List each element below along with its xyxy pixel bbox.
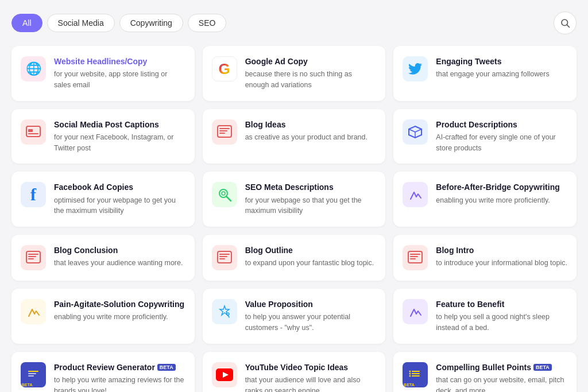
- card-engaging-tweets[interactable]: Engaging Tweets that engage your amazing…: [393, 46, 577, 101]
- svg-line-13: [226, 196, 231, 201]
- blog-red-icon: [21, 245, 46, 270]
- product-icon: [403, 119, 428, 145]
- svg-rect-17: [28, 256, 36, 257]
- svg-point-27: [227, 313, 229, 315]
- card-value-proposition[interactable]: Value Proposition to help you answer you…: [203, 289, 386, 344]
- card-content: Website Headlines/Copy for your website,…: [54, 56, 185, 91]
- svg-rect-4: [28, 129, 33, 132]
- card-desc: because there is no such thing as enough…: [245, 69, 377, 91]
- card-blog-outline[interactable]: Blog Outline to expand upon your fantast…: [203, 235, 386, 281]
- card-bab-copywriting[interactable]: Before-After-Bridge Copywriting enabling…: [393, 172, 577, 227]
- card-facebook-ad-copies[interactable]: f Facebook Ad Copies optimised for your …: [11, 172, 195, 227]
- svg-rect-36: [412, 373, 420, 374]
- card-title: Facebook Ad Copies: [54, 182, 185, 192]
- filter-tabs: All Social Media Copywriting SEO: [11, 14, 226, 32]
- card-desc: to help you answer your potential custom…: [245, 312, 377, 333]
- card-content: Product Descriptions AI-crafted for ever…: [436, 119, 567, 154]
- svg-rect-8: [219, 133, 225, 134]
- card-content: Facebook Ad Copies optimised for your we…: [54, 182, 185, 216]
- google-icon: G: [212, 56, 237, 81]
- card-desc: for your next Facebook, Instagram, or Tw…: [54, 132, 185, 154]
- svg-point-38: [409, 370, 411, 372]
- card-google-ad-copy[interactable]: G Google Ad Copy because there is no suc…: [203, 46, 386, 101]
- card-blog-conclusion[interactable]: Blog Conclusion that leaves your audienc…: [11, 235, 195, 281]
- card-product-review[interactable]: BETA Product Review GeneratorBETA to hel…: [11, 352, 195, 392]
- social-icon: [21, 119, 46, 145]
- beta-badge: BETA: [157, 364, 176, 371]
- card-website-headlines[interactable]: 🌐 Website Headlines/Copy for your websit…: [11, 46, 195, 101]
- svg-rect-6: [219, 128, 230, 129]
- svg-rect-29: [28, 371, 38, 372]
- svg-rect-16: [28, 254, 38, 255]
- search-button[interactable]: [554, 11, 577, 34]
- card-seo-meta[interactable]: SEO Meta Descriptions for your webpage s…: [203, 172, 386, 227]
- tab-social-media[interactable]: Social Media: [47, 14, 115, 32]
- card-title: Website Headlines/Copy: [54, 56, 185, 67]
- card-desc: to help you write amazing reviews for th…: [54, 375, 185, 392]
- card-youtube-topics[interactable]: YouTube Video Topic Ideas that your audi…: [203, 352, 386, 392]
- card-content: Blog Intro to introduce your information…: [436, 245, 567, 269]
- card-bullet-points[interactable]: BETA Compelling Bullet PointsBETA that c…: [393, 352, 577, 392]
- tab-seo[interactable]: SEO: [188, 14, 227, 32]
- card-content: Blog Conclusion that leaves your audienc…: [54, 245, 183, 269]
- card-content: Before-After-Bridge Copywriting enabling…: [436, 182, 559, 205]
- card-title: YouTube Video Topic Ideas: [245, 362, 377, 372]
- card-content: Feature to Benefit to help you sell a go…: [436, 299, 567, 333]
- svg-point-14: [222, 192, 225, 195]
- card-title: Feature to Benefit: [436, 299, 567, 309]
- globe-icon: 🌐: [21, 56, 46, 81]
- card-title: Compelling Bullet PointsBETA: [436, 362, 567, 372]
- card-desc: enabling you write more proficiently.: [436, 195, 559, 206]
- cards-grid: 🌐 Website Headlines/Copy for your websit…: [11, 46, 577, 392]
- card-blog-intro[interactable]: Blog Intro to introduce your information…: [393, 235, 577, 281]
- search-icon: [560, 18, 570, 28]
- card-desc: to expand upon your fantastic blog topic…: [245, 258, 374, 269]
- card-content: YouTube Video Topic Ideas that your audi…: [245, 362, 377, 392]
- blog-icon: [212, 119, 237, 145]
- svg-rect-22: [219, 258, 225, 259]
- card-product-descriptions[interactable]: Product Descriptions AI-crafted for ever…: [393, 109, 577, 164]
- card-content: Google Ad Copy because there is no such …: [245, 56, 377, 91]
- svg-point-40: [409, 375, 411, 377]
- card-title: Product Review GeneratorBETA: [54, 362, 185, 372]
- card-pas-copywriting[interactable]: Pain-Agitate-Solution Copywriting enabli…: [11, 289, 195, 344]
- card-desc: as creative as your product and brand.: [245, 132, 368, 143]
- card-desc: AI-crafted for every single one of your …: [436, 132, 567, 154]
- svg-point-39: [409, 372, 411, 374]
- card-title: Engaging Tweets: [436, 56, 549, 67]
- tab-copywriting[interactable]: Copywriting: [119, 14, 183, 32]
- card-title: Social Media Post Captions: [54, 119, 185, 130]
- card-desc: to introduce your informational blog top…: [436, 258, 567, 269]
- svg-rect-35: [412, 371, 420, 372]
- card-content: Social Media Post Captions for your next…: [54, 119, 185, 154]
- card-content: Blog Outline to expand upon your fantast…: [245, 245, 374, 269]
- card-title: Google Ad Copy: [245, 56, 377, 67]
- value-icon: [212, 299, 237, 324]
- svg-rect-3: [28, 133, 38, 134]
- card-content: SEO Meta Descriptions for your webpage s…: [245, 182, 377, 216]
- card-title: Product Descriptions: [436, 119, 567, 130]
- card-desc: that your audience will love and also ra…: [245, 375, 377, 392]
- card-content: Blog Ideas as creative as your product a…: [245, 119, 368, 143]
- card-feature-to-benefit[interactable]: Feature to Benefit to help you sell a go…: [393, 289, 577, 344]
- svg-rect-31: [28, 375, 34, 377]
- svg-rect-21: [219, 256, 227, 257]
- card-desc: that leaves your audience wanting more.: [54, 258, 183, 269]
- card-blog-ideas[interactable]: Blog Ideas as creative as your product a…: [203, 109, 386, 164]
- bab-icon: [403, 182, 428, 207]
- card-social-media-captions[interactable]: Social Media Post Captions for your next…: [11, 109, 195, 164]
- svg-rect-20: [219, 254, 230, 255]
- youtube-icon: [212, 362, 237, 387]
- card-desc: that can go on your website, email, pitc…: [436, 375, 567, 392]
- card-title: Value Proposition: [245, 299, 377, 309]
- bullet-icon: BETA: [403, 362, 428, 387]
- card-content: Product Review GeneratorBETA to help you…: [54, 362, 185, 392]
- svg-rect-26: [410, 258, 416, 259]
- card-desc: optimised for your webpage to get you th…: [54, 195, 185, 217]
- top-bar: All Social Media Copywriting SEO: [11, 11, 577, 34]
- card-title: Blog Conclusion: [54, 245, 183, 255]
- tab-all[interactable]: All: [11, 14, 42, 32]
- facebook-icon: f: [21, 182, 46, 207]
- card-desc: for your webpage so that you get the max…: [245, 195, 377, 217]
- svg-rect-37: [412, 375, 420, 377]
